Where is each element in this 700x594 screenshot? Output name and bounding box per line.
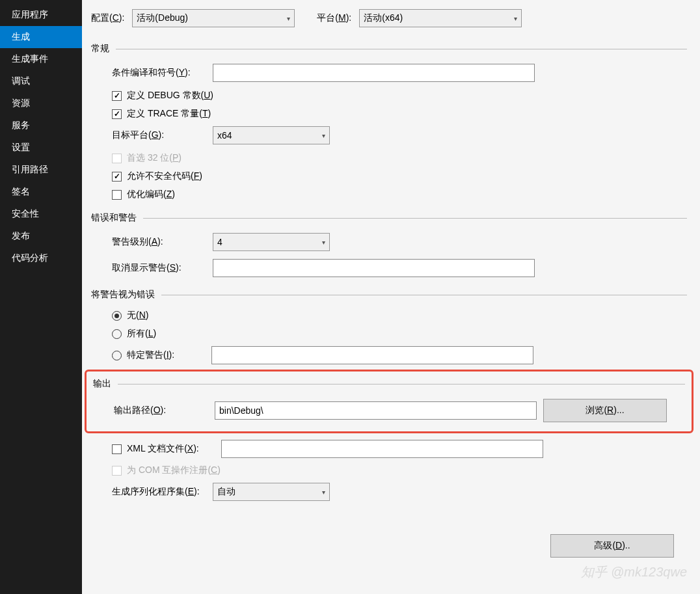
section-errors: 错误和警告 警告级别(A): 4▾ 取消显示警告(S):: [91, 212, 687, 277]
unsafe-checkbox[interactable]: [112, 172, 122, 182]
chevron-down-icon: ▾: [514, 15, 517, 22]
output-path-input[interactable]: [215, 401, 537, 420]
output-highlight: 输出 输出路径(O): 浏览(R)...: [85, 370, 693, 433]
watermark: 知乎 @mk123qwe: [581, 563, 687, 581]
com-register-label: 为 COM 互操作注册(C): [127, 465, 221, 476]
section-treat-as-error: 将警告视为错误 无(N) 所有(L) 特定警告(I):: [91, 289, 687, 364]
xml-doc-label: XML 文档文件(X):: [127, 443, 221, 455]
target-label: 目标平台(G):: [112, 129, 213, 141]
serialization-label: 生成序列化程序集(E):: [112, 486, 213, 498]
suppress-input[interactable]: [213, 259, 535, 277]
symbols-label: 条件编译和符号(Y):: [112, 67, 213, 79]
sidebar-item-8[interactable]: 签名: [0, 181, 82, 203]
top-config-row: 配置(C): 活动(Debug)▾ 平台(M): 活动(x64)▾: [91, 9, 687, 27]
chevron-down-icon: ▾: [322, 239, 325, 246]
treat-all-label: 所有(L): [127, 328, 156, 340]
sidebar-item-6[interactable]: 设置: [0, 137, 82, 159]
debug-const-checkbox[interactable]: [112, 91, 122, 101]
section-title-errors: 错误和警告: [91, 212, 137, 224]
sidebar-item-9[interactable]: 安全性: [0, 203, 82, 225]
main-panel: 配置(C): 活动(Debug)▾ 平台(M): 活动(x64)▾ 常规 条件编…: [82, 0, 700, 594]
chevron-down-icon: ▾: [287, 15, 290, 22]
treat-specific-radio[interactable]: [112, 351, 122, 360]
section-title-output: 输出: [93, 378, 111, 390]
chevron-down-icon: ▾: [322, 132, 325, 139]
treat-specific-label: 特定警告(I):: [127, 349, 211, 361]
section-output: 输出 输出路径(O): 浏览(R)...: [87, 378, 685, 422]
sidebar-item-7[interactable]: 引用路径: [0, 159, 82, 181]
suppress-label: 取消显示警告(S):: [112, 262, 213, 274]
config-dropdown[interactable]: 活动(Debug)▾: [132, 9, 295, 27]
com-register-checkbox: [112, 466, 122, 476]
prefer32-checkbox: [112, 154, 122, 163]
platform-dropdown[interactable]: 活动(x64)▾: [359, 9, 522, 27]
section-title-treat: 将警告视为错误: [91, 289, 155, 301]
xml-doc-checkbox[interactable]: [112, 444, 122, 454]
prefer32-label: 首选 32 位(P): [127, 152, 182, 164]
sidebar-item-3[interactable]: 调试: [0, 70, 82, 92]
browse-button[interactable]: 浏览(R)...: [543, 399, 667, 422]
unsafe-label: 允许不安全代码(F): [127, 170, 202, 182]
optimize-label: 优化编码(Z): [127, 189, 175, 200]
sidebar-item-5[interactable]: 服务: [0, 115, 82, 137]
symbols-input[interactable]: [213, 64, 535, 82]
debug-const-label: 定义 DEBUG 常数(U): [127, 90, 213, 101]
trace-const-label: 定义 TRACE 常量(T): [127, 108, 211, 120]
treat-specific-input[interactable]: [211, 346, 533, 364]
platform-label: 平台(M):: [317, 12, 351, 24]
output-path-label: 输出路径(O):: [114, 405, 215, 416]
optimize-checkbox[interactable]: [112, 190, 122, 200]
sidebar-item-1[interactable]: 生成: [0, 26, 82, 48]
sidebar-item-0[interactable]: 应用程序: [0, 4, 82, 26]
section-title-general: 常规: [91, 43, 109, 55]
target-dropdown[interactable]: x64▾: [213, 126, 330, 144]
warning-level-dropdown[interactable]: 4▾: [213, 233, 330, 251]
chevron-down-icon: ▾: [322, 489, 325, 496]
sidebar-item-4[interactable]: 资源: [0, 92, 82, 115]
trace-const-checkbox[interactable]: [112, 109, 122, 119]
xml-doc-input[interactable]: [221, 440, 543, 458]
serialization-dropdown[interactable]: 自动▾: [213, 483, 330, 501]
treat-none-radio[interactable]: [112, 311, 122, 321]
sidebar: 应用程序生成生成事件调试资源服务设置引用路径签名安全性发布代码分析: [0, 0, 82, 594]
sidebar-item-2[interactable]: 生成事件: [0, 48, 82, 70]
treat-all-radio[interactable]: [112, 329, 122, 339]
config-label: 配置(C):: [91, 12, 124, 24]
treat-none-label: 无(N): [127, 310, 148, 321]
section-general: 常规 条件编译和符号(Y): 定义 DEBUG 常数(U) 定义 TRACE 常…: [91, 43, 687, 200]
advanced-button[interactable]: 高级(D)..: [550, 534, 674, 558]
sidebar-item-10[interactable]: 发布: [0, 225, 82, 247]
sidebar-item-11[interactable]: 代码分析: [0, 247, 82, 269]
warning-level-label: 警告级别(A):: [112, 236, 213, 248]
